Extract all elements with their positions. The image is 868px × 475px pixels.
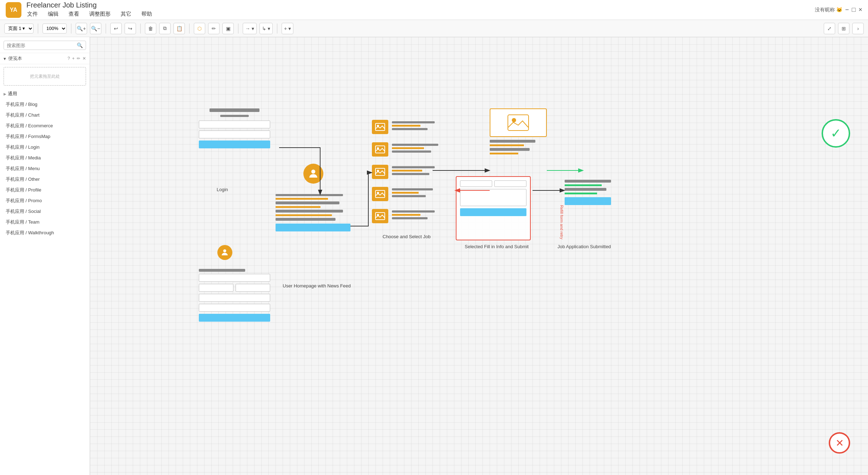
home-bar-4 [276,206,321,208]
menu-help[interactable]: 帮助 [141,9,153,19]
stroke-color-button[interactable]: ✏ [208,23,219,34]
scratchpad-edit-icon[interactable]: ✏ [77,56,80,61]
login-submit-btn[interactable] [199,141,270,148]
menu-edit[interactable]: 编辑 [47,9,59,19]
sidebar-item-formsmap[interactable]: 手机应用 / FormsMap [0,131,90,142]
sidebar-item-walkthrough[interactable]: 手机应用 / Walkthrough [0,228,90,238]
window-close-icon[interactable]: × [858,6,862,14]
toolbar-separator-2 [71,24,71,34]
zoom-selector[interactable]: 100% [42,24,67,34]
scratchpad-title: 便笺本 [8,55,65,62]
home-bar-1 [276,194,343,196]
home-bar-2 [276,198,328,200]
search-input[interactable] [7,43,77,48]
duplicate-button[interactable]: ⧉ [159,23,171,34]
sidebar-item-other[interactable]: 手机应用 / Other [0,174,90,185]
add-shape-button[interactable]: + ▾ [282,23,293,34]
login2-input-4[interactable] [199,304,270,312]
checkmark-icon: ✓ [831,126,841,141]
login-subtitle-bar [220,115,249,117]
login2-input-3[interactable] [199,294,270,302]
sidebar-item-media[interactable]: 手机应用 / Media [0,153,90,163]
scratchpad-collapse-icon[interactable]: ▾ [4,56,6,61]
delete-button[interactable]: 🗑 [145,23,156,34]
submit-textarea[interactable] [460,189,526,206]
submitted-bar-4 [565,193,597,194]
toolbar-separator-4 [140,24,141,34]
user-area[interactable]: 没有昵称 🐱 − □ × [815,6,862,14]
waypoint-button[interactable]: ↳ ▾ [259,23,273,34]
login-input-2[interactable] [199,131,270,138]
fill-color-button[interactable]: ⬡ [194,23,205,34]
job-item-2 [372,142,438,157]
zoom-out-icon: 🔍− [91,26,100,31]
sidebar-resize-handle[interactable] [90,37,93,475]
image-icon-2 [375,145,385,153]
menu-file[interactable]: 文件 [26,9,39,19]
detail-bar-3 [490,148,530,151]
sidebar-item-social[interactable]: 手机应用 / Social [0,206,90,217]
undo-button[interactable]: ↩ [110,23,122,34]
login2-submit-btn[interactable] [199,314,270,322]
job-detail-wireframe [490,108,547,156]
fullscreen-button[interactable]: ⤢ [824,23,835,34]
zoom-out-button[interactable]: 🔍− [90,23,101,34]
sidebar-item-menu[interactable]: 手机应用 / Menu [0,163,90,174]
image-icon-3 [375,168,385,176]
menu-format[interactable]: 调整图形 [89,9,111,19]
shadow-button[interactable]: ▣ [222,23,234,34]
redo-button[interactable]: ↪ [125,23,136,34]
submit-input-1a[interactable] [460,180,492,187]
canvas[interactable]: Login User Homepage w [90,37,868,475]
sidebar-item-blog[interactable]: 手机应用 / Blog [0,99,90,110]
shadow-icon: ▣ [226,26,231,31]
clipboard-button[interactable]: 📋 [173,23,185,34]
sidebar-item-promo[interactable]: 手机应用 / Promo [0,195,90,206]
profile-avatar-icon [217,245,232,260]
job-icon-1 [372,120,388,134]
job-5-lines [392,209,435,219]
sidebar-item-profile[interactable]: 手机应用 / Profile [0,185,90,195]
sidebar-item-general[interactable]: ▶ 通用 [0,88,90,99]
page-selector[interactable]: 页面 1 ▾ [4,24,34,34]
job-4-line-1 [392,188,433,190]
fill-icon: ⬡ [197,26,202,31]
sidebar-item-team[interactable]: 手机应用 / Team [0,217,90,228]
window-restore-icon[interactable]: □ [852,6,856,14]
scratchpad-help-icon[interactable]: ? [67,56,70,61]
sidebar-item-login[interactable]: 手机应用 / Login [0,142,90,153]
home-label: User Homepage with News Feed [283,283,351,288]
arrows-svg [90,37,868,475]
submit-input-1b[interactable] [494,180,526,187]
sidebar-item-ecommerce[interactable]: 手机应用 / Ecommerce [0,121,90,131]
sidebar-item-chart[interactable]: 手机应用 / Chart [0,110,90,121]
job-4-line-3 [392,195,426,197]
scratchpad-add-icon[interactable]: + [72,56,75,61]
login2-two-inputs [199,284,270,292]
connector-icon: → ▾ [245,26,254,31]
login2-input-1[interactable] [199,274,270,282]
scratchpad-drop-area[interactable]: 把元素拖至此处 [4,67,86,86]
menu-view[interactable]: 查看 [68,9,80,19]
submit-action-btn[interactable] [460,208,526,216]
submitted-btn[interactable] [565,197,611,205]
expand-panel-button[interactable]: ⊞ [838,23,849,34]
window-minimize-icon[interactable]: − [845,6,849,14]
job-2-line-1 [392,144,438,146]
stroke-icon: ✏ [212,26,216,31]
zoom-in-button[interactable]: 🔍+ [76,23,87,34]
collapse-panel-button[interactable]: › [852,23,864,34]
home-action-btn[interactable] [276,224,350,231]
login-input-1[interactable] [199,121,270,128]
zoom-in-icon: 🔍+ [77,26,86,31]
menu-extra[interactable]: 其它 [120,9,132,19]
svg-rect-12 [508,115,529,131]
home-avatar-icon [303,164,323,184]
login2-input-2a[interactable] [199,284,233,292]
sidebar: 🔍 ▾ 便笺本 ? + ✏ ✕ 把元素拖至此处 ▶ 通用 手机应用 / Blog… [0,37,90,475]
connector-button[interactable]: → ▾ [243,23,257,34]
login-wireframe [199,108,270,148]
scratchpad-close-icon[interactable]: ✕ [82,56,86,61]
login2-input-2b[interactable] [236,284,270,292]
search-icon[interactable]: 🔍 [77,42,83,48]
